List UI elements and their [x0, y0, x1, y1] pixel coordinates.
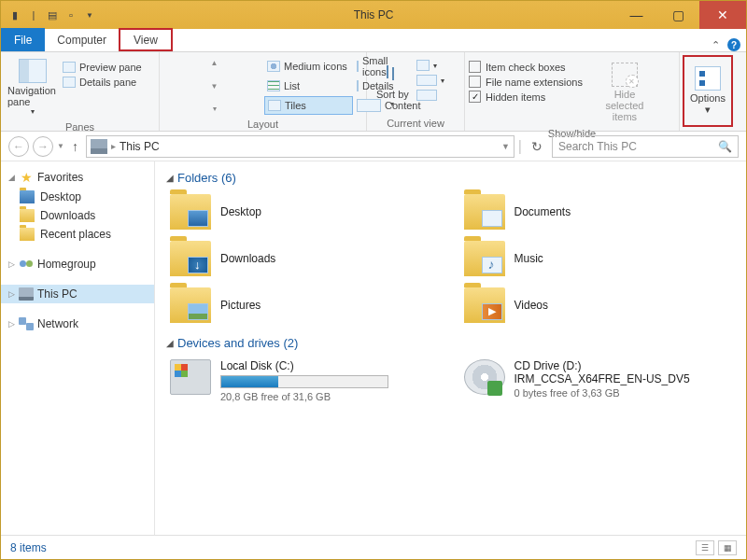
help-icon[interactable]: ?	[727, 38, 740, 51]
ribbon-group-layout: Medium icons Small icons List Details Ti…	[160, 52, 367, 131]
medium-icons-icon	[267, 61, 280, 72]
item-count: 8 items	[10, 541, 47, 554]
checkbox-icon	[469, 76, 481, 88]
drive-name: Local Disk (C:)	[220, 359, 388, 372]
sidebar-favorites[interactable]: ◢ ★ Favorites	[1, 167, 154, 188]
layout-list[interactable]: List	[264, 77, 353, 95]
navigation-pane-button[interactable]: Navigation pane ▾	[5, 55, 61, 119]
navigation-pane-icon	[19, 59, 47, 83]
folder-tile-documents[interactable]: Documents	[460, 190, 736, 233]
address-bar[interactable]: ▸ This PC ▼	[86, 135, 514, 158]
qat-dropdown-icon[interactable]: ▼	[81, 7, 98, 23]
drives-section-header[interactable]: ◢ Devices and drives (2)	[166, 336, 735, 350]
file-tab[interactable]: File	[1, 28, 45, 51]
collapse-icon: ◢	[166, 173, 174, 183]
details-icon	[357, 80, 359, 91]
homegroup-icon	[19, 258, 34, 271]
size-columns-button[interactable]	[415, 89, 446, 102]
folder-tile-videos[interactable]: Videos	[460, 284, 736, 327]
details-pane-label: Details pane	[79, 77, 136, 88]
details-pane-button[interactable]: Details pane	[61, 76, 144, 89]
breadcrumb-location[interactable]: This PC	[120, 140, 160, 153]
item-checkboxes-toggle[interactable]: Item check boxes	[469, 61, 583, 73]
sidebar-item-desktop[interactable]: Desktop	[1, 188, 154, 206]
sidebar-network[interactable]: ▷ Network	[1, 315, 154, 333]
folder-tile-music[interactable]: Music	[460, 237, 736, 280]
ribbon-group-show-hide: Item check boxes File name extensions ✓ …	[465, 52, 680, 131]
current-view-group-label: Current view	[371, 116, 460, 131]
navigation-sidebar: ◢ ★ Favorites Desktop Downloads Recent p…	[1, 161, 155, 535]
hide-selected-button[interactable]: Hide selected items	[590, 59, 659, 126]
content-area: ◢ Folders (6) Desktop Documents Download…	[155, 161, 746, 535]
properties-icon[interactable]: ▤	[44, 7, 61, 23]
search-input[interactable]: Search This PC 🔍	[552, 135, 739, 158]
this-pc-icon	[91, 139, 107, 154]
folder-tile-desktop[interactable]: Desktop	[166, 190, 442, 233]
title-bar: ▮ | ▤ ▫ ▼ This PC — ▢ ✕	[1, 1, 746, 29]
drive-tile-cd-drive[interactable]: CD Drive (D:) IRM_CCSA_X64FRE_EN-US_DV5 …	[460, 356, 736, 406]
back-button[interactable]: ←	[8, 136, 29, 157]
minimize-button[interactable]: —	[615, 1, 657, 29]
folder-icon	[464, 194, 505, 230]
close-button[interactable]: ✕	[699, 1, 746, 29]
expand-icon: ▷	[8, 259, 15, 269]
large-icons-view-button[interactable]: ▦	[718, 540, 737, 555]
layout-scroll[interactable]: ▲▼▾	[165, 57, 263, 115]
layout-content[interactable]: Content	[354, 96, 367, 115]
disk-usage-bar	[220, 375, 388, 388]
maximize-button[interactable]: ▢	[657, 1, 699, 29]
drive-free-space: 20,8 GB free of 31,6 GB	[220, 391, 388, 402]
layout-details[interactable]: Details	[354, 77, 367, 95]
forward-button[interactable]: →	[33, 136, 53, 157]
add-columns-button[interactable]: ▾	[415, 74, 446, 87]
collapse-icon: ◢	[8, 173, 15, 182]
drive-tile-local-disk[interactable]: Local Disk (C:) 20,8 GB free of 31,6 GB	[166, 356, 442, 406]
sidebar-this-pc[interactable]: ▷ This PC	[1, 285, 154, 303]
details-view-button[interactable]: ☰	[696, 540, 714, 555]
sidebar-item-downloads[interactable]: Downloads	[1, 206, 154, 225]
sort-icon	[379, 63, 405, 87]
folder-icon	[464, 241, 505, 276]
checkbox-checked-icon: ✓	[469, 91, 481, 103]
new-folder-icon[interactable]: ▫	[63, 7, 79, 23]
quick-access-toolbar: ▮ | ▤ ▫ ▼	[1, 7, 98, 23]
address-sep: |	[518, 138, 522, 155]
recent-dropdown-icon[interactable]: ▼	[57, 142, 64, 150]
layout-small-icons[interactable]: Small icons	[354, 57, 367, 76]
preview-pane-label: Preview pane	[79, 62, 142, 73]
status-bar: 8 items ☰ ▦	[1, 535, 746, 559]
up-button[interactable]: ↑	[68, 139, 82, 154]
window-controls: — ▢ ✕	[615, 1, 746, 29]
folder-tile-downloads[interactable]: Downloads	[166, 237, 442, 280]
options-button[interactable]: Options ▾	[683, 55, 733, 127]
refresh-button[interactable]: ↻	[526, 139, 548, 154]
drive-volume-label: IRM_CCSA_X64FRE_EN-US_DV5	[514, 372, 690, 385]
collapse-ribbon-icon[interactable]: ⌃	[712, 39, 720, 51]
preview-pane-button[interactable]: Preview pane	[61, 61, 144, 74]
tab-view[interactable]: View	[119, 28, 173, 51]
folder-icon	[464, 287, 505, 323]
folder-tile-pictures[interactable]: Pictures	[166, 284, 442, 327]
sidebar-homegroup[interactable]: ▷ Homegroup	[1, 255, 154, 273]
group-by-button[interactable]: ▾	[415, 59, 446, 72]
hidden-items-toggle[interactable]: ✓ Hidden items	[469, 91, 583, 103]
panes-group-label: Panes	[5, 119, 155, 134]
size-columns-icon	[416, 90, 437, 101]
ribbon: Navigation pane ▾ Preview pane Details p…	[1, 52, 746, 132]
address-dropdown-icon[interactable]: ▼	[501, 142, 510, 151]
layout-medium-icons[interactable]: Medium icons	[264, 57, 353, 76]
add-columns-icon	[416, 75, 437, 86]
file-extensions-toggle[interactable]: File name extensions	[469, 76, 583, 88]
app-icon[interactable]: ▮	[7, 7, 23, 23]
options-label: Options	[690, 92, 726, 104]
layout-tiles[interactable]: Tiles	[264, 96, 353, 115]
sidebar-item-recent[interactable]: Recent places	[1, 225, 154, 244]
expand-icon: ▷	[8, 319, 15, 329]
pc-icon	[19, 287, 34, 301]
sort-by-button[interactable]: Sort by ▾	[371, 55, 415, 116]
tab-computer[interactable]: Computer	[45, 28, 119, 51]
folders-section-header[interactable]: ◢ Folders (6)	[166, 171, 735, 185]
desktop-folder-icon	[20, 190, 35, 203]
ribbon-group-current-view: Sort by ▾ ▾ ▾ Current view	[367, 52, 465, 131]
explorer-window: ▮ | ▤ ▫ ▼ This PC — ▢ ✕ File Computer Vi…	[0, 0, 747, 560]
